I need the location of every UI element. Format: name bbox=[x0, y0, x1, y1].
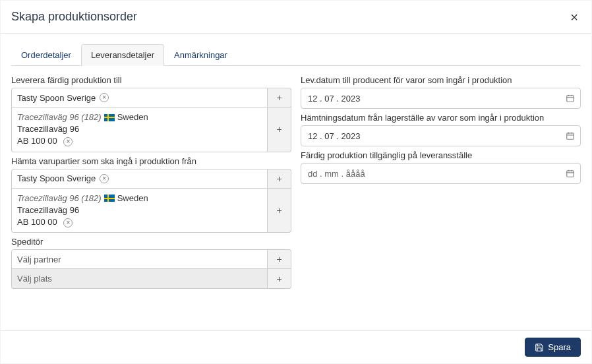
deliver-to-partner-field[interactable]: Tasty Spoon Sverige × bbox=[11, 88, 268, 107]
pick-from-address-field[interactable]: Tracezillaväg 96 (182) Sweden Tracezilla… bbox=[11, 189, 268, 233]
save-icon bbox=[535, 343, 544, 352]
flag-sweden-icon bbox=[104, 195, 115, 202]
plus-icon: + bbox=[276, 255, 281, 264]
delivery-date-value: 12 . 07 . 2023 bbox=[308, 94, 361, 104]
svg-rect-0 bbox=[567, 96, 574, 102]
deliver-to-partner-value: Tasty Spoon Sverige bbox=[17, 93, 96, 103]
deliver-to-group: Tasty Spoon Sverige × + Tracezillaväg 96… bbox=[11, 88, 291, 152]
address-postal-line: AB 100 00 × bbox=[17, 216, 262, 228]
left-column: Leverera färdig produktion till Tasty Sp… bbox=[11, 71, 291, 289]
close-icon: × bbox=[570, 10, 578, 24]
address-country: Sweden bbox=[117, 111, 148, 123]
delivery-date-field[interactable]: 12 . 07 . 2023 bbox=[301, 88, 581, 109]
right-column: Lev.datum till producent för varor som i… bbox=[301, 71, 581, 289]
speditor-place-field[interactable]: Välj plats bbox=[11, 269, 268, 289]
calendar-icon bbox=[566, 94, 575, 103]
pickup-date-label: Hämtningsdatum från lagerställe av varor… bbox=[301, 113, 581, 123]
save-button-label: Spara bbox=[548, 342, 571, 352]
pick-from-address-add-button[interactable]: + bbox=[268, 189, 291, 233]
clear-icon[interactable]: × bbox=[100, 93, 109, 102]
pick-from-group: Tasty Spoon Sverige × + Tracezillaväg 96… bbox=[11, 169, 291, 233]
calendar-icon bbox=[566, 131, 575, 140]
plus-icon: + bbox=[276, 125, 281, 134]
clear-icon[interactable]: × bbox=[63, 218, 73, 228]
deliver-to-partner-add-button[interactable]: + bbox=[268, 88, 291, 107]
tab-notes[interactable]: Anmärkningar bbox=[164, 44, 237, 66]
tab-order-details[interactable]: Orderdetaljer bbox=[11, 44, 81, 66]
form-columns: Leverera färdig produktion till Tasty Sp… bbox=[11, 71, 581, 289]
speditor-partner-field[interactable]: Välj partner bbox=[11, 249, 268, 269]
pick-from-partner-row: Tasty Spoon Sverige × + bbox=[11, 169, 291, 189]
plus-icon: + bbox=[276, 274, 281, 284]
deliver-to-address-line1: Tracezillaväg 96 (182) Sweden bbox=[17, 111, 262, 123]
available-date-placeholder: dd . mm . åååå bbox=[308, 169, 365, 179]
address-country: Sweden bbox=[117, 193, 148, 204]
plus-icon: + bbox=[276, 93, 281, 102]
deliver-to-address-row: Tracezillaväg 96 (182) Sweden Tracezilla… bbox=[11, 107, 291, 152]
pickup-date-field[interactable]: 12 . 07 . 2023 bbox=[301, 125, 581, 146]
pick-from-address-line1: Tracezillaväg 96 (182) Sweden bbox=[17, 193, 262, 204]
speditor-label: Speditör bbox=[11, 237, 291, 247]
deliver-to-label: Leverera färdig produktion till bbox=[11, 75, 291, 85]
close-button[interactable]: × bbox=[568, 11, 581, 24]
modal-footer: Spara bbox=[1, 330, 591, 363]
deliver-to-address-add-button[interactable]: + bbox=[268, 107, 291, 152]
deliver-to-partner-row: Tasty Spoon Sverige × + bbox=[11, 88, 291, 107]
available-date-label: Färdig produktion tillgänglig på leveran… bbox=[301, 150, 581, 160]
modal-body: Orderdetaljer Leveransdetaljer Anmärknin… bbox=[1, 34, 591, 330]
pick-from-label: Hämta varupartier som ska ingå i produkt… bbox=[11, 156, 291, 166]
deliver-to-address-field[interactable]: Tracezillaväg 96 (182) Sweden Tracezilla… bbox=[11, 107, 268, 152]
plus-icon: + bbox=[276, 206, 281, 215]
modal-create-production-order: Skapa produktionsorder × Orderdetaljer L… bbox=[0, 0, 592, 364]
speditor-group: Välj partner + Välj plats + bbox=[11, 249, 291, 289]
speditor-partner-add-button[interactable]: + bbox=[268, 249, 291, 269]
delivery-date-label: Lev.datum till producent för varor som i… bbox=[301, 75, 581, 85]
speditor-place-add-button[interactable]: + bbox=[268, 269, 291, 289]
modal-title: Skapa produktionsorder bbox=[11, 10, 137, 24]
address-postal: AB 100 00 bbox=[17, 136, 57, 146]
clear-icon[interactable]: × bbox=[63, 137, 73, 146]
address-name: Tracezillaväg 96 (182) bbox=[17, 111, 102, 123]
svg-rect-1 bbox=[567, 133, 574, 139]
save-button[interactable]: Spara bbox=[525, 338, 581, 357]
modal-header: Skapa produktionsorder × bbox=[1, 1, 591, 34]
address-street: Tracezillaväg 96 bbox=[17, 123, 262, 135]
address-name: Tracezillaväg 96 (182) bbox=[17, 193, 102, 204]
svg-rect-2 bbox=[567, 171, 574, 177]
calendar-icon bbox=[566, 169, 575, 178]
available-date-field[interactable]: dd . mm . åååå bbox=[301, 163, 581, 184]
pick-from-partner-field[interactable]: Tasty Spoon Sverige × bbox=[11, 169, 268, 189]
pick-from-partner-add-button[interactable]: + bbox=[268, 169, 291, 189]
speditor-partner-row: Välj partner + bbox=[11, 249, 291, 269]
pick-from-address-row: Tracezillaväg 96 (182) Sweden Tracezilla… bbox=[11, 189, 291, 233]
address-postal: AB 100 00 bbox=[17, 217, 57, 227]
plus-icon: + bbox=[276, 174, 281, 183]
speditor-place-row: Välj plats + bbox=[11, 269, 291, 289]
pickup-date-value: 12 . 07 . 2023 bbox=[308, 131, 361, 141]
tabs: Orderdetaljer Leveransdetaljer Anmärknin… bbox=[11, 44, 581, 66]
clear-icon[interactable]: × bbox=[100, 174, 109, 183]
address-postal-line: AB 100 00 × bbox=[17, 135, 262, 147]
address-street: Tracezillaväg 96 bbox=[17, 204, 262, 216]
flag-sweden-icon bbox=[104, 114, 115, 121]
pick-from-partner-value: Tasty Spoon Sverige bbox=[17, 173, 96, 183]
tab-delivery-details[interactable]: Leveransdetaljer bbox=[81, 44, 164, 66]
